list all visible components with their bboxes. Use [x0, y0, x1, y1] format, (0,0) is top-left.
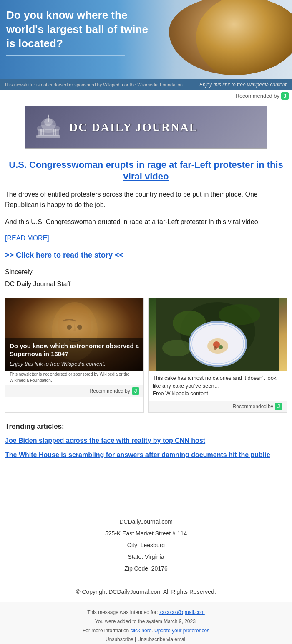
ad-left-overlay-sub: Enjoy this link to free Wikipedia conten… — [10, 360, 139, 368]
trending-link-1[interactable]: Joe Biden slapped across the face with r… — [5, 436, 287, 445]
main-content: U.S. Congresswoman erupts in rage at far… — [0, 153, 292, 475]
logo-text: DC DAILY JOURNAL — [69, 119, 198, 136]
footer-city: City: Leesburg — [4, 539, 288, 551]
footer-more-info: For more information click here. Update … — [8, 626, 284, 636]
sign-off-line2: DC Daily Journal Staff — [5, 279, 287, 289]
ad-right-body: This cake has almost no calories and it … — [149, 371, 287, 401]
read-more-link[interactable]: [READ MORE] — [5, 233, 287, 243]
svg-point-13 — [67, 325, 72, 330]
footer-spacer — [0, 474, 292, 508]
ad-cards-row: Do you know which astronomer observed a … — [5, 298, 287, 413]
banner-enjoy: Enjoy this link to free Wikipedia conten… — [199, 81, 288, 88]
click-here-link[interactable]: >> Click here to read the story << — [5, 250, 287, 261]
svg-point-14 — [77, 325, 82, 330]
svg-rect-9 — [53, 129, 54, 135]
svg-rect-2 — [36, 135, 60, 138]
ad-left-j-badge: J — [132, 387, 139, 395]
trending-title: Trending articles: — [5, 421, 287, 432]
article-body-2: And this U.S. Congresswoman erupted in r… — [5, 217, 287, 227]
svg-point-27 — [214, 346, 217, 350]
logo-box: DC DAILY JOURNAL — [25, 106, 267, 149]
ad-left-overlay-title: Do you know which astronomer observed a … — [10, 342, 139, 358]
trending-link-2[interactable]: The White House is scrambling for answer… — [5, 450, 287, 460]
article-title-link[interactable]: U.S. Congresswoman erupts in rage at far… — [9, 159, 283, 182]
svg-marker-6 — [48, 114, 49, 117]
ad-card-right[interactable]: This cake has almost no calories and it … — [148, 298, 287, 413]
svg-point-19 — [162, 340, 191, 356]
footer-click-here[interactable]: click here — [131, 628, 152, 634]
footer-email-link[interactable]: xxxxxxx@gmail.com — [159, 609, 205, 615]
sign-off-line1: Sincerely, — [5, 267, 287, 277]
ad-right-sub-text: Free Wikipedia content — [153, 390, 208, 397]
ad-card-left[interactable]: Do you know which astronomer observed a … — [5, 298, 144, 413]
footer-unsubscribe: Unsubscribe | Unsubscribe via email — [8, 635, 284, 644]
capitol-icon — [34, 113, 63, 142]
svg-rect-5 — [48, 117, 49, 122]
top-banner-ad[interactable]: Do you know where the world's largest ba… — [0, 0, 292, 90]
ad-right-j-badge: J — [275, 403, 282, 410]
ad-card-left-image: Do you know which astronomer observed a … — [5, 298, 143, 371]
top-recommended-by-label: Recommended by — [236, 92, 280, 100]
footer-message-for: This message was intended for: xxxxxxx@g… — [8, 608, 284, 617]
footer-bottom: This message was intended for: xxxxxxx@g… — [0, 602, 292, 644]
banner-disclaimer: This newsletter is not endorsed or spons… — [4, 81, 184, 88]
footer-domain: DCDailyJournal.com — [4, 516, 288, 528]
footer-section: DCDailyJournal.com 525-K East Market Str… — [0, 508, 292, 602]
svg-point-26 — [219, 345, 223, 349]
ad-right-recommended-by: Recommended by — [233, 403, 273, 410]
article-body-1: The droves of entitled protesters across… — [5, 189, 287, 210]
ad-left-disclaimer: This newsletter is not endorsed or spons… — [5, 371, 143, 385]
article-title[interactable]: U.S. Congresswoman erupts in rage at far… — [5, 159, 287, 183]
ad-left-recommended-by: Recommended by — [90, 387, 130, 395]
footer-update-prefs[interactable]: Update your preferences — [154, 628, 209, 634]
ad-left-footer: Recommended by J — [5, 385, 143, 397]
banner-title: Do you know where the world's largest ba… — [6, 8, 154, 51]
ad-right-footer: Recommended by J — [149, 401, 287, 412]
trending-section: Trending articles: Joe Biden slapped acr… — [5, 421, 287, 460]
svg-rect-8 — [43, 129, 44, 135]
svg-rect-7 — [40, 129, 42, 135]
footer-state: State: Virginia — [4, 551, 288, 563]
logo-area: DC DAILY JOURNAL — [0, 102, 292, 153]
footer-copyright: © Copyright DCDailyJournal.com All Right… — [4, 586, 288, 598]
footer-zip: Zip Code: 20176 — [4, 563, 288, 574]
top-recommended-by-row: Recommended by J — [0, 90, 292, 102]
footer-address1: 525-K East Market Street # 114 — [4, 528, 288, 539]
svg-rect-10 — [55, 129, 56, 135]
footer-added-text: You were added to the system March 9, 20… — [8, 617, 284, 626]
top-j-badge: J — [281, 92, 289, 100]
ad-right-body-text: This cake has almost no calories and it … — [153, 375, 277, 389]
ad-card-right-image — [149, 298, 287, 371]
